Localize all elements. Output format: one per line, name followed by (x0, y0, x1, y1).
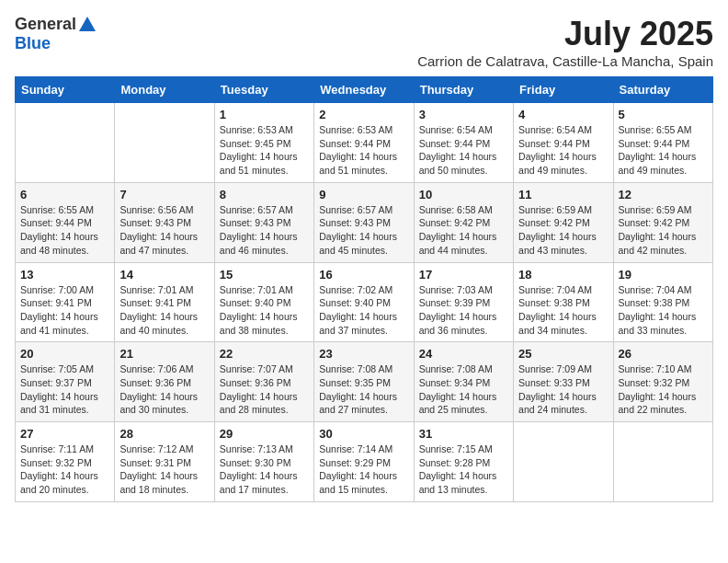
day-number: 19 (619, 268, 708, 282)
day-info: Sunrise: 7:15 AM Sunset: 9:28 PM Dayligh… (419, 442, 508, 497)
day-number: 5 (619, 108, 708, 121)
day-number: 14 (119, 268, 209, 282)
day-number: 13 (20, 268, 109, 282)
day-info: Sunrise: 7:14 AM Sunset: 9:29 PM Dayligh… (319, 442, 408, 497)
day-info: Sunrise: 7:13 AM Sunset: 9:30 PM Dayligh… (220, 442, 309, 497)
day-number: 30 (319, 427, 408, 441)
day-info: Sunrise: 6:57 AM Sunset: 9:43 PM Dayligh… (220, 203, 309, 258)
logo: General Blue (15, 15, 98, 53)
calendar-cell: 27Sunrise: 7:11 AM Sunset: 9:32 PM Dayli… (16, 422, 115, 502)
calendar-cell: 11Sunrise: 6:59 AM Sunset: 9:42 PM Dayli… (514, 182, 613, 262)
day-info: Sunrise: 7:08 AM Sunset: 9:35 PM Dayligh… (319, 362, 408, 417)
weekday-header-friday: Friday (514, 77, 613, 103)
day-number: 22 (220, 347, 309, 361)
day-info: Sunrise: 7:07 AM Sunset: 9:36 PM Dayligh… (220, 362, 309, 417)
day-info: Sunrise: 6:57 AM Sunset: 9:43 PM Dayligh… (319, 203, 408, 258)
calendar-cell (514, 422, 613, 502)
weekday-header-saturday: Saturday (613, 77, 712, 103)
day-number: 28 (119, 427, 209, 441)
day-number: 1 (220, 108, 309, 121)
day-number: 31 (419, 427, 508, 441)
day-number: 10 (419, 188, 508, 201)
calendar-cell: 21Sunrise: 7:06 AM Sunset: 9:36 PM Dayli… (115, 342, 214, 422)
calendar-cell: 29Sunrise: 7:13 AM Sunset: 9:30 PM Dayli… (214, 422, 313, 502)
day-info: Sunrise: 6:58 AM Sunset: 9:42 PM Dayligh… (419, 203, 508, 258)
calendar-week-5: 27Sunrise: 7:11 AM Sunset: 9:32 PM Dayli… (16, 422, 713, 502)
calendar-cell: 10Sunrise: 6:58 AM Sunset: 9:42 PM Dayli… (414, 182, 513, 262)
calendar-week-2: 6Sunrise: 6:55 AM Sunset: 9:44 PM Daylig… (16, 182, 713, 262)
weekday-header-sunday: Sunday (16, 77, 115, 103)
calendar-cell (115, 103, 214, 183)
calendar-cell: 3Sunrise: 6:54 AM Sunset: 9:44 PM Daylig… (414, 103, 513, 183)
day-number: 24 (419, 347, 508, 361)
calendar-cell: 8Sunrise: 6:57 AM Sunset: 9:43 PM Daylig… (214, 182, 313, 262)
calendar-cell: 19Sunrise: 7:04 AM Sunset: 9:38 PM Dayli… (613, 262, 712, 342)
location-subtitle: Carrion de Calatrava, Castille-La Mancha… (417, 53, 713, 69)
day-info: Sunrise: 6:53 AM Sunset: 9:45 PM Dayligh… (220, 123, 309, 178)
calendar-cell: 1Sunrise: 6:53 AM Sunset: 9:45 PM Daylig… (214, 103, 313, 183)
calendar-cell (16, 103, 115, 183)
day-info: Sunrise: 7:06 AM Sunset: 9:36 PM Dayligh… (119, 362, 209, 417)
day-number: 25 (518, 347, 608, 361)
day-info: Sunrise: 7:05 AM Sunset: 9:37 PM Dayligh… (20, 362, 109, 417)
day-number: 29 (220, 427, 309, 441)
day-number: 2 (319, 108, 408, 121)
day-info: Sunrise: 6:59 AM Sunset: 9:42 PM Dayligh… (619, 203, 708, 258)
weekday-header-wednesday: Wednesday (314, 77, 414, 103)
logo-icon (77, 15, 97, 35)
day-info: Sunrise: 7:10 AM Sunset: 9:32 PM Dayligh… (619, 362, 708, 417)
calendar-week-1: 1Sunrise: 6:53 AM Sunset: 9:45 PM Daylig… (16, 103, 713, 183)
day-info: Sunrise: 7:04 AM Sunset: 9:38 PM Dayligh… (619, 283, 708, 338)
calendar-cell: 12Sunrise: 6:59 AM Sunset: 9:42 PM Dayli… (613, 182, 712, 262)
day-info: Sunrise: 7:11 AM Sunset: 9:32 PM Dayligh… (20, 442, 109, 497)
calendar-cell: 6Sunrise: 6:55 AM Sunset: 9:44 PM Daylig… (16, 182, 115, 262)
logo-general: General (15, 15, 76, 33)
weekday-header-monday: Monday (115, 77, 214, 103)
day-number: 3 (419, 108, 508, 121)
day-info: Sunrise: 7:01 AM Sunset: 9:41 PM Dayligh… (119, 283, 209, 338)
weekday-header-thursday: Thursday (414, 77, 513, 103)
day-number: 4 (518, 108, 608, 121)
day-info: Sunrise: 6:54 AM Sunset: 9:44 PM Dayligh… (419, 123, 508, 178)
calendar-cell: 24Sunrise: 7:08 AM Sunset: 9:34 PM Dayli… (414, 342, 513, 422)
weekday-header-row: SundayMondayTuesdayWednesdayThursdayFrid… (16, 77, 713, 103)
day-number: 23 (319, 347, 408, 361)
calendar-cell: 28Sunrise: 7:12 AM Sunset: 9:31 PM Dayli… (115, 422, 214, 502)
calendar-cell: 26Sunrise: 7:10 AM Sunset: 9:32 PM Dayli… (613, 342, 712, 422)
day-number: 15 (220, 268, 309, 282)
calendar-table: SundayMondayTuesdayWednesdayThursdayFrid… (15, 76, 713, 502)
title-block: July 2025 Carrion de Calatrava, Castille… (417, 15, 713, 69)
weekday-header-tuesday: Tuesday (214, 77, 313, 103)
day-info: Sunrise: 7:02 AM Sunset: 9:40 PM Dayligh… (319, 283, 408, 338)
svg-marker-0 (79, 17, 96, 31)
day-info: Sunrise: 7:01 AM Sunset: 9:40 PM Dayligh… (220, 283, 309, 338)
day-info: Sunrise: 6:55 AM Sunset: 9:44 PM Dayligh… (20, 203, 109, 258)
calendar-cell: 9Sunrise: 6:57 AM Sunset: 9:43 PM Daylig… (314, 182, 414, 262)
day-number: 6 (20, 188, 109, 201)
day-info: Sunrise: 7:03 AM Sunset: 9:39 PM Dayligh… (419, 283, 508, 338)
calendar-cell (613, 422, 712, 502)
calendar-cell: 18Sunrise: 7:04 AM Sunset: 9:38 PM Dayli… (514, 262, 613, 342)
calendar-cell: 13Sunrise: 7:00 AM Sunset: 9:41 PM Dayli… (16, 262, 115, 342)
calendar-cell: 23Sunrise: 7:08 AM Sunset: 9:35 PM Dayli… (314, 342, 414, 422)
calendar-cell: 25Sunrise: 7:09 AM Sunset: 9:33 PM Dayli… (514, 342, 613, 422)
day-number: 8 (220, 188, 309, 201)
calendar-cell: 31Sunrise: 7:15 AM Sunset: 9:28 PM Dayli… (414, 422, 513, 502)
day-info: Sunrise: 7:04 AM Sunset: 9:38 PM Dayligh… (518, 283, 608, 338)
logo-blue: Blue (15, 34, 51, 52)
day-info: Sunrise: 7:12 AM Sunset: 9:31 PM Dayligh… (119, 442, 209, 497)
calendar-cell: 30Sunrise: 7:14 AM Sunset: 9:29 PM Dayli… (314, 422, 414, 502)
calendar-cell: 2Sunrise: 6:53 AM Sunset: 9:44 PM Daylig… (314, 103, 414, 183)
page-header: General Blue July 2025 Carrion de Calatr… (15, 15, 713, 69)
day-number: 7 (119, 188, 209, 201)
day-info: Sunrise: 7:09 AM Sunset: 9:33 PM Dayligh… (518, 362, 608, 417)
calendar-cell: 4Sunrise: 6:54 AM Sunset: 9:44 PM Daylig… (514, 103, 613, 183)
calendar-cell: 17Sunrise: 7:03 AM Sunset: 9:39 PM Dayli… (414, 262, 513, 342)
calendar-cell: 16Sunrise: 7:02 AM Sunset: 9:40 PM Dayli… (314, 262, 414, 342)
calendar-cell: 15Sunrise: 7:01 AM Sunset: 9:40 PM Dayli… (214, 262, 313, 342)
day-info: Sunrise: 6:56 AM Sunset: 9:43 PM Dayligh… (119, 203, 209, 258)
calendar-cell: 5Sunrise: 6:55 AM Sunset: 9:44 PM Daylig… (613, 103, 712, 183)
day-number: 26 (619, 347, 708, 361)
day-info: Sunrise: 6:59 AM Sunset: 9:42 PM Dayligh… (518, 203, 608, 258)
calendar-cell: 7Sunrise: 6:56 AM Sunset: 9:43 PM Daylig… (115, 182, 214, 262)
